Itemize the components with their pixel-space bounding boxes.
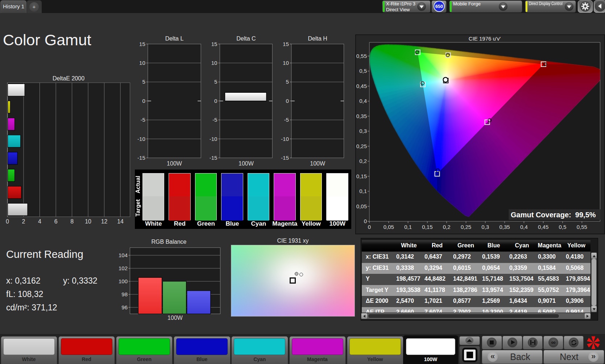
svg-text:100W: 100W (239, 160, 254, 167)
svg-text:0,3: 0,3 (481, 224, 489, 230)
svg-text:-5: -5 (212, 117, 217, 123)
svg-text:-15: -15 (137, 155, 145, 161)
svg-text:0,25: 0,25 (356, 143, 367, 149)
svg-text:10: 10 (211, 60, 217, 66)
svg-text:5: 5 (214, 79, 217, 85)
svg-text:RGB Balance: RGB Balance (152, 239, 187, 245)
svg-text:Delta H: Delta H (308, 35, 327, 42)
svg-text:0,35: 0,35 (356, 113, 367, 119)
svg-text:-5: -5 (140, 117, 145, 123)
svg-text:0: 0 (6, 218, 9, 225)
svg-text:10: 10 (85, 218, 91, 225)
svg-text:5: 5 (142, 79, 145, 85)
svg-text:Gamut Coverage: 99,5%: Gamut Coverage: 99,5% (511, 211, 596, 219)
svg-text:12: 12 (101, 218, 108, 225)
svg-text:0,5: 0,5 (559, 224, 567, 230)
svg-text:4: 4 (38, 218, 41, 225)
svg-text:8: 8 (70, 218, 74, 225)
svg-text:0,05: 0,05 (384, 224, 394, 230)
svg-text:-10: -10 (281, 136, 289, 142)
svg-text:15: 15 (283, 41, 289, 47)
svg-text:-10: -10 (210, 136, 217, 142)
svg-text:0: 0 (364, 218, 367, 224)
svg-text:0: 0 (368, 224, 371, 230)
svg-text:102: 102 (119, 265, 128, 271)
svg-text:-15: -15 (210, 155, 217, 161)
svg-text:0,15: 0,15 (422, 224, 432, 230)
svg-text:-5: -5 (284, 117, 289, 123)
svg-text:14: 14 (117, 218, 124, 225)
svg-text:-10: -10 (137, 136, 145, 142)
svg-text:0,1: 0,1 (359, 188, 367, 194)
svg-text:100W: 100W (167, 160, 182, 167)
svg-text:0: 0 (214, 98, 217, 104)
svg-text:0,1: 0,1 (404, 224, 412, 230)
svg-text:Delta L: Delta L (165, 35, 184, 42)
svg-text:98: 98 (121, 291, 128, 297)
svg-text:DeltaE 2000: DeltaE 2000 (53, 75, 84, 81)
svg-text:0,3: 0,3 (359, 128, 367, 134)
svg-text:0,2: 0,2 (443, 224, 451, 230)
svg-text:0,4: 0,4 (359, 98, 367, 104)
svg-text:CIE 1976 u'v': CIE 1976 u'v' (469, 35, 501, 42)
svg-text:Delta C: Delta C (236, 35, 256, 42)
svg-text:0,15: 0,15 (356, 173, 367, 179)
svg-text:100W: 100W (167, 315, 183, 321)
svg-text:15: 15 (139, 41, 145, 47)
svg-text:2: 2 (22, 218, 25, 225)
svg-text:100: 100 (119, 278, 128, 284)
svg-text:0,05: 0,05 (356, 203, 367, 209)
svg-text:100W: 100W (310, 160, 326, 167)
svg-text:-15: -15 (281, 155, 289, 161)
svg-text:0,55: 0,55 (356, 53, 367, 59)
svg-text:10: 10 (283, 60, 289, 66)
svg-text:6: 6 (54, 218, 58, 225)
svg-text:0,35: 0,35 (499, 224, 510, 230)
svg-text:10: 10 (139, 60, 145, 66)
svg-text:0,25: 0,25 (461, 224, 471, 230)
svg-text:0,2: 0,2 (359, 158, 367, 164)
svg-text:96: 96 (121, 304, 128, 310)
svg-text:15: 15 (211, 41, 217, 47)
svg-text:0,55: 0,55 (577, 224, 587, 230)
svg-text:0: 0 (142, 98, 145, 104)
svg-text:0,45: 0,45 (538, 224, 548, 230)
svg-text:5: 5 (286, 79, 289, 85)
svg-text:0,4: 0,4 (520, 224, 528, 230)
svg-text:0,5: 0,5 (359, 68, 367, 74)
svg-text:104: 104 (119, 252, 128, 258)
svg-text:0: 0 (286, 98, 289, 104)
svg-text:0,45: 0,45 (356, 83, 367, 89)
